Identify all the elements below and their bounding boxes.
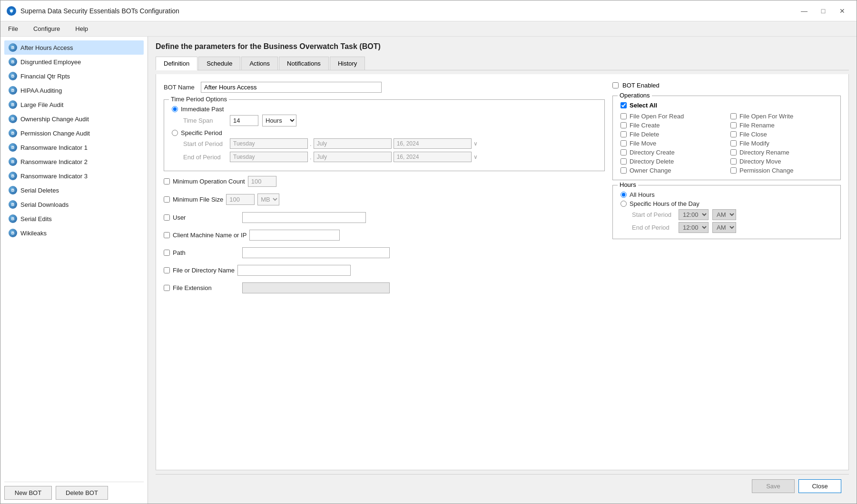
owner-change-checkbox[interactable]: [621, 167, 627, 174]
all-hours-radio[interactable]: [621, 192, 627, 198]
path-label[interactable]: Path: [173, 249, 239, 256]
list-item[interactable]: Serial Edits: [4, 212, 144, 226]
bot-enabled-label[interactable]: BOT Enabled: [622, 82, 660, 89]
min-file-size-label[interactable]: Minimum File Size: [173, 196, 223, 203]
file-delete-checkbox[interactable]: [621, 131, 627, 137]
min-file-size-checkbox[interactable]: [164, 196, 170, 203]
time-span-input[interactable]: [230, 115, 258, 126]
end-day-input[interactable]: [230, 152, 308, 162]
dir-delete-checkbox[interactable]: [621, 158, 627, 165]
list-item[interactable]: Permission Change Audit: [4, 126, 144, 140]
menu-file[interactable]: File: [4, 24, 22, 33]
user-checkbox[interactable]: [164, 214, 170, 221]
file-rename-label[interactable]: File Rename: [739, 122, 775, 129]
dir-rename-label[interactable]: Directory Rename: [739, 149, 789, 156]
dir-delete-label[interactable]: Directory Delete: [630, 158, 674, 165]
hours-end-time-select[interactable]: 12:00: [679, 222, 709, 233]
file-dir-input[interactable]: [237, 265, 351, 276]
dir-create-checkbox[interactable]: [621, 149, 627, 155]
list-item[interactable]: Wikileaks: [4, 226, 144, 240]
file-dir-checkbox[interactable]: [164, 267, 170, 273]
list-item[interactable]: Financial Qtr Rpts: [4, 69, 144, 83]
start-date-input[interactable]: [394, 138, 472, 149]
dir-rename-checkbox[interactable]: [730, 149, 737, 155]
list-item[interactable]: Ransomware Indicator 3: [4, 169, 144, 183]
file-create-checkbox[interactable]: [621, 122, 627, 128]
menu-help[interactable]: Help: [71, 24, 92, 33]
file-move-checkbox[interactable]: [621, 140, 627, 146]
close-button[interactable]: ✕: [834, 4, 851, 18]
delete-bot-button[interactable]: Delete BOT: [56, 486, 108, 500]
path-input[interactable]: [242, 247, 390, 258]
select-all-checkbox[interactable]: [621, 102, 627, 108]
file-close-checkbox[interactable]: [730, 131, 737, 137]
client-machine-label[interactable]: Client Machine Name or IP: [173, 232, 246, 239]
start-month-input[interactable]: [314, 138, 392, 149]
min-op-count-input[interactable]: [248, 176, 276, 187]
bot-enabled-checkbox[interactable]: [612, 82, 619, 88]
min-file-size-input[interactable]: [226, 194, 255, 205]
dir-create-label[interactable]: Directory Create: [630, 149, 675, 156]
select-all-label[interactable]: Select All: [630, 102, 657, 109]
min-file-size-unit-select[interactable]: MB GB KB: [257, 194, 279, 205]
list-item[interactable]: Ransomware Indicator 1: [4, 140, 144, 155]
permission-change-checkbox[interactable]: [730, 167, 737, 174]
min-op-count-label[interactable]: Minimum Operation Count: [173, 178, 245, 185]
specific-period-label[interactable]: Specific Period: [181, 129, 222, 136]
new-bot-button[interactable]: New BOT: [4, 486, 52, 500]
file-open-write-checkbox[interactable]: [730, 113, 737, 119]
dir-move-label[interactable]: Directory Move: [739, 158, 781, 165]
client-machine-checkbox[interactable]: [164, 232, 170, 238]
permission-change-label[interactable]: Permission Change: [739, 167, 793, 174]
immediate-past-label[interactable]: Immediate Past: [181, 106, 224, 113]
list-item[interactable]: Disgruntled Employee: [4, 55, 144, 69]
file-modify-checkbox[interactable]: [730, 140, 737, 146]
file-open-write-label[interactable]: File Open For Write: [739, 113, 793, 120]
bot-name-input[interactable]: [201, 82, 382, 93]
tab-schedule[interactable]: Schedule: [198, 57, 240, 70]
file-open-read-label[interactable]: File Open For Read: [630, 113, 684, 120]
save-button[interactable]: Save: [752, 479, 795, 493]
list-item[interactable]: Ransomware Indicator 2: [4, 155, 144, 169]
list-item[interactable]: Serial Deletes: [4, 183, 144, 197]
dir-move-checkbox[interactable]: [730, 158, 737, 165]
user-label[interactable]: User: [173, 214, 239, 221]
file-close-label[interactable]: File Close: [739, 131, 767, 138]
file-create-label[interactable]: File Create: [630, 122, 660, 129]
file-ext-input[interactable]: [242, 282, 390, 293]
specific-hours-radio[interactable]: [621, 201, 627, 207]
list-item[interactable]: Large File Audit: [4, 97, 144, 112]
start-day-input[interactable]: [230, 138, 308, 149]
file-ext-label[interactable]: File Extension: [173, 284, 239, 291]
time-span-unit-select[interactable]: Hours Days Minutes: [262, 115, 296, 126]
tab-actions[interactable]: Actions: [241, 57, 278, 70]
file-rename-checkbox[interactable]: [730, 122, 737, 128]
file-ext-checkbox[interactable]: [164, 285, 170, 291]
list-item[interactable]: Serial Downloads: [4, 197, 144, 212]
specific-period-radio[interactable]: [172, 130, 178, 136]
file-delete-label[interactable]: File Delete: [630, 131, 659, 138]
end-date-input[interactable]: [394, 152, 472, 162]
hours-start-ampm-select[interactable]: AM PM: [712, 209, 736, 220]
min-op-count-checkbox[interactable]: [164, 178, 170, 184]
tab-notifications[interactable]: Notifications: [279, 57, 329, 70]
restore-button[interactable]: □: [815, 4, 832, 18]
file-open-read-checkbox[interactable]: [621, 113, 627, 119]
owner-change-label[interactable]: Owner Change: [630, 167, 671, 174]
minimize-button[interactable]: —: [796, 4, 813, 18]
hours-start-time-select[interactable]: 12:00: [679, 209, 709, 220]
specific-hours-label[interactable]: Specific Hours of the Day: [630, 200, 699, 207]
tab-definition[interactable]: Definition: [156, 57, 197, 70]
hours-end-ampm-select[interactable]: AM PM: [712, 222, 736, 233]
all-hours-label[interactable]: All Hours: [630, 191, 655, 198]
list-item[interactable]: HIPAA Auditing: [4, 83, 144, 97]
list-item[interactable]: Ownership Change Audit: [4, 112, 144, 126]
end-month-input[interactable]: [314, 152, 392, 162]
immediate-past-radio[interactable]: [172, 106, 178, 112]
menu-configure[interactable]: Configure: [30, 24, 64, 33]
user-input[interactable]: [242, 212, 366, 223]
file-modify-label[interactable]: File Modify: [739, 140, 769, 147]
path-checkbox[interactable]: [164, 250, 170, 256]
client-machine-input[interactable]: [249, 230, 340, 241]
file-move-label[interactable]: File Move: [630, 140, 656, 147]
